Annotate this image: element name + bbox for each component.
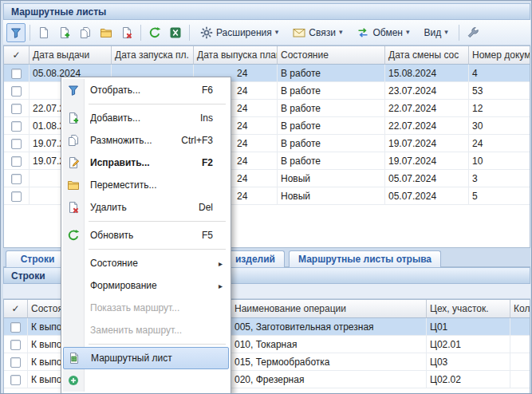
menu-item-label: Показать маршрут... bbox=[90, 302, 224, 313]
column-header[interactable]: Номер документа bbox=[469, 46, 530, 65]
menu-item-edit[interactable]: Исправить...F2 bbox=[63, 152, 229, 174]
refresh-button[interactable] bbox=[145, 23, 164, 42]
row-checkbox[interactable] bbox=[10, 357, 21, 368]
checkbox-cell[interactable] bbox=[4, 117, 30, 135]
checkbox-cell[interactable] bbox=[4, 371, 28, 388]
menu-item-refresh[interactable]: ОбновитьF5 bbox=[63, 224, 229, 246]
menu-item-route-sheet[interactable]: Маршрутный лист bbox=[63, 347, 229, 369]
add-doc-button[interactable] bbox=[55, 23, 74, 42]
row-checkbox[interactable] bbox=[11, 69, 22, 79]
cell: Новый bbox=[278, 170, 385, 187]
cell bbox=[510, 371, 530, 388]
row-checkbox[interactable] bbox=[10, 340, 21, 350]
column-header[interactable]: Дата смены сос bbox=[385, 46, 469, 65]
settings-button[interactable] bbox=[463, 23, 483, 42]
menu-item-label: Обновить bbox=[90, 230, 202, 241]
cell: Ц02.01 bbox=[427, 336, 510, 353]
column-header[interactable]: Дата выпуска план.. bbox=[194, 46, 278, 65]
doc-edit-icon bbox=[63, 156, 84, 169]
row-checkbox[interactable] bbox=[11, 121, 22, 132]
row-checkbox[interactable] bbox=[11, 104, 22, 114]
row-checkbox[interactable] bbox=[11, 191, 22, 202]
menu-item-label: Добавить... bbox=[90, 112, 200, 124]
cell: 22.07.2024 bbox=[385, 100, 469, 117]
cell bbox=[510, 318, 530, 336]
column-header[interactable]: Дата выдачи bbox=[30, 46, 112, 65]
doc-green-icon bbox=[63, 374, 84, 387]
chevron-down-icon: ▾ bbox=[339, 29, 343, 36]
route-sheet-icon bbox=[64, 352, 85, 364]
lines-panel-title: Строки bbox=[11, 270, 45, 282]
doc-copy-icon bbox=[63, 134, 84, 147]
cell: Ц01 bbox=[427, 318, 510, 336]
column-header[interactable]: Дата запуска пл. bbox=[112, 46, 194, 65]
delete-doc-button[interactable] bbox=[117, 23, 136, 42]
checkbox-cell[interactable] bbox=[4, 353, 28, 371]
menu-item-move[interactable]: Переместить... bbox=[63, 174, 229, 196]
export-excel-button[interactable] bbox=[166, 23, 185, 42]
menu-item-label: Размножить... bbox=[90, 135, 181, 146]
check-column-header[interactable]: ✓ bbox=[4, 46, 30, 65]
cell: 005, Заготовительная отрезная bbox=[231, 318, 427, 336]
menu-item-label: Отобрать... bbox=[90, 85, 202, 96]
row-checkbox[interactable] bbox=[10, 375, 21, 385]
row-checkbox[interactable] bbox=[11, 139, 22, 149]
copy-doc-button[interactable] bbox=[76, 23, 95, 42]
new-doc-button[interactable] bbox=[34, 23, 53, 42]
menu-shortcut: Ctrl+F3 bbox=[181, 135, 213, 146]
cell: Ц02.02 bbox=[427, 371, 510, 388]
column-header[interactable]: Состояние bbox=[278, 46, 385, 65]
menu-item-state[interactable]: Состояние▸ bbox=[63, 252, 229, 274]
menu-item-add[interactable]: Добавить...Ins bbox=[63, 107, 229, 129]
folder-icon bbox=[63, 179, 84, 191]
doc-delete-icon bbox=[63, 201, 84, 214]
cell: 05.07.2024 bbox=[385, 170, 469, 187]
move-doc-button[interactable] bbox=[97, 23, 116, 42]
cell: В работе bbox=[278, 117, 385, 135]
checkbox-cell[interactable] bbox=[4, 135, 30, 152]
checkbox-cell[interactable] bbox=[4, 152, 30, 170]
menu-item-label: Заменить маршрут... bbox=[90, 325, 224, 336]
refresh-icon bbox=[63, 229, 84, 242]
menu-separator bbox=[89, 104, 226, 104]
checkbox-cell[interactable] bbox=[4, 82, 30, 100]
filter-button[interactable] bbox=[6, 23, 26, 42]
row-checkbox[interactable] bbox=[11, 174, 22, 184]
check-column-header[interactable]: ✓ bbox=[4, 300, 28, 318]
menu-item-clipped-item[interactable] bbox=[63, 369, 229, 392]
menu-item-delete[interactable]: УдалитьDel bbox=[63, 196, 229, 219]
links-menu-button[interactable]: Связи▾ bbox=[286, 23, 349, 42]
menu-item-duplicate[interactable]: Размножить...Ctrl+F3 bbox=[63, 129, 229, 152]
column-header[interactable]: Наименование операции bbox=[231, 300, 427, 318]
menu-shortcut: Del bbox=[199, 202, 213, 213]
view-menu-button[interactable]: Вид▾ bbox=[418, 23, 455, 42]
cell: В работе bbox=[278, 65, 385, 82]
checkbox-cell[interactable] bbox=[4, 65, 30, 82]
checkbox-cell[interactable] bbox=[4, 170, 30, 187]
toolbar: Расширения▾Связи▾Обмен▾Вид▾ bbox=[3, 20, 530, 45]
checkbox-cell[interactable] bbox=[4, 187, 30, 205]
row-checkbox[interactable] bbox=[11, 86, 22, 97]
row-checkbox[interactable] bbox=[11, 156, 22, 167]
extensions-menu-button[interactable]: Расширения▾ bbox=[194, 23, 285, 42]
doc-icon bbox=[37, 26, 50, 39]
column-header[interactable]: Количество bbox=[510, 300, 530, 318]
funnel-icon bbox=[63, 84, 84, 97]
menu-item-select[interactable]: Отобрать...F6 bbox=[63, 79, 229, 101]
row-checkbox[interactable] bbox=[10, 322, 21, 333]
exchange-menu-button[interactable]: Обмен▾ bbox=[350, 23, 416, 42]
checkbox-cell[interactable] bbox=[4, 336, 28, 353]
checkbox-cell[interactable] bbox=[4, 318, 28, 336]
tab-label: Маршрутные листы отрыва bbox=[298, 254, 432, 265]
column-header[interactable]: Цех, участок. bbox=[427, 300, 510, 318]
tab-lines[interactable]: Строки bbox=[6, 250, 69, 267]
tab-tear-off-sheets[interactable]: Маршрутные листы отрыва bbox=[289, 250, 441, 267]
toolbar-menu-label: Связи bbox=[309, 27, 336, 38]
menu-item-formation[interactable]: Формирование▸ bbox=[63, 274, 229, 297]
menu-shortcut: F5 bbox=[202, 230, 213, 241]
cell bbox=[510, 336, 530, 353]
cell bbox=[510, 353, 530, 371]
cell: 020, Фрезерная bbox=[231, 371, 427, 388]
checkbox-cell[interactable] bbox=[4, 100, 30, 117]
cell: Новый bbox=[278, 187, 385, 205]
